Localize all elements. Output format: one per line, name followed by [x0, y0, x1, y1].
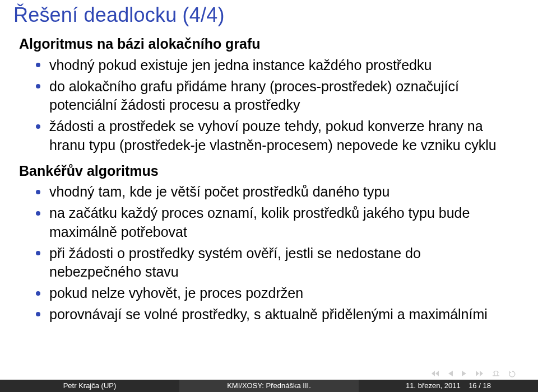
list-item: na začátku každý proces oznamí, kolik pr…: [36, 204, 502, 242]
slide: Řešení deadlocku (4/4) Algoritmus na báz…: [0, 0, 538, 392]
bullet-text: žádosti a prostředek se vyhoví pouze teh…: [49, 118, 497, 153]
footer: Petr Krajča (UP) KMI/XOSY: Přednáška III…: [0, 380, 538, 392]
nav-first-icon[interactable]: [432, 371, 439, 377]
slide-content: Algoritmus na bázi alokačního grafu vhod…: [0, 35, 538, 324]
list-item: vhodný tam, kde je větší počet prostředk…: [36, 183, 502, 202]
nav-last-icon[interactable]: [475, 371, 483, 377]
footer-course: KMI/XOSY: Přednáška III.: [179, 380, 359, 392]
bullet-text: do alokačního grafu přidáme hrany (proce…: [49, 78, 459, 113]
slide-title: Řešení deadlocku (4/4): [0, 0, 538, 35]
footer-author: Petr Krajča (UP): [0, 380, 179, 392]
section-heading-allocation-graph: Algoritmus na bázi alokačního grafu: [19, 35, 502, 54]
nav-up-icon[interactable]: [492, 371, 500, 377]
bullet-text: porovnávají se volné prostředky, s aktua…: [49, 306, 488, 322]
list-item: porovnávají se volné prostředky, s aktua…: [36, 305, 502, 324]
footer-date: 11. březen, 2011: [406, 381, 461, 390]
bullet-list-allocation-graph: vhodný pokud existuje jen jedna instance…: [36, 56, 502, 155]
nav-next-icon[interactable]: [462, 371, 466, 377]
section-heading-bankers-algorithm: Bankéřův algoritmus: [19, 162, 502, 181]
bullet-text: při žádosti o prostředky systém ověří, j…: [49, 245, 421, 280]
nav-loop-icon[interactable]: [509, 371, 516, 377]
footer-date-page: 11. březen, 2011 16 / 18: [359, 380, 538, 392]
bullet-text: pokud nelze vyhovět, je proces pozdržen: [49, 285, 303, 301]
footer-page: 16 / 18: [469, 381, 491, 390]
list-item: pokud nelze vyhovět, je proces pozdržen: [36, 284, 502, 303]
list-item: při žádosti o prostředky systém ověří, j…: [36, 244, 502, 282]
bullet-text: vhodný pokud existuje jen jedna instance…: [49, 57, 432, 73]
bullet-text: vhodný tam, kde je větší počet prostředk…: [49, 184, 389, 199]
list-item: žádosti a prostředek se vyhoví pouze teh…: [36, 117, 502, 155]
nav-prev-icon[interactable]: [448, 371, 453, 377]
list-item: do alokačního grafu přidáme hrany (proce…: [36, 77, 502, 115]
nav-icon-bar: [432, 371, 516, 377]
bullet-text: na začátku každý proces oznamí, kolik pr…: [49, 205, 470, 240]
list-item: vhodný pokud existuje jen jedna instance…: [36, 56, 502, 75]
bullet-list-bankers-algorithm: vhodný tam, kde je větší počet prostředk…: [36, 183, 502, 324]
